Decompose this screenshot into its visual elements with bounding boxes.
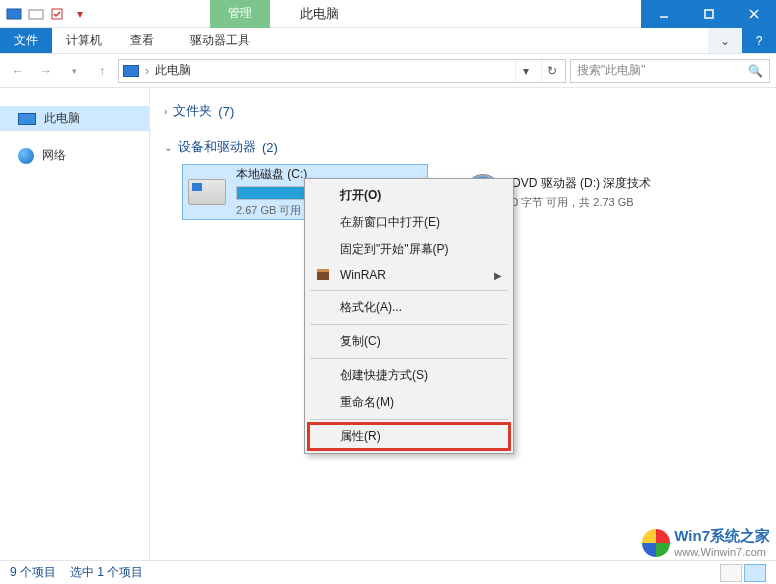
watermark-logo-icon xyxy=(642,529,670,557)
menu-properties[interactable]: 属性(R) xyxy=(308,423,510,450)
nav-up-button[interactable]: ↑ xyxy=(90,59,114,83)
nav-recent-dropdown[interactable]: ▾ xyxy=(62,59,86,83)
svg-rect-0 xyxy=(7,9,21,19)
sidebar-item-this-pc[interactable]: 此电脑 xyxy=(0,106,149,131)
status-selected-count: 选中 1 个项目 xyxy=(70,564,143,581)
menu-copy[interactable]: 复制(C) xyxy=(308,328,510,355)
drive-free-text: 0 字节 可用，共 2.73 GB xyxy=(512,195,700,210)
menu-format[interactable]: 格式化(A)... xyxy=(308,294,510,321)
contextual-tab-manage[interactable]: 管理 xyxy=(210,0,270,28)
sidebar-item-label: 网络 xyxy=(42,147,66,164)
view-details-button[interactable] xyxy=(720,564,742,582)
qat-dropdown-icon[interactable]: ▾ xyxy=(70,4,90,24)
menu-winrar[interactable]: WinRAR ▶ xyxy=(308,263,510,287)
menu-separator xyxy=(310,290,508,291)
tab-file[interactable]: 文件 xyxy=(0,28,52,53)
quick-access-icons: ▾ xyxy=(0,4,90,24)
group-label: 设备和驱动器 xyxy=(178,138,256,156)
menu-create-shortcut[interactable]: 创建快捷方式(S) xyxy=(308,362,510,389)
tab-view[interactable]: 查看 xyxy=(116,28,168,53)
svg-rect-4 xyxy=(705,10,713,18)
search-input[interactable]: 搜索"此电脑" 🔍 xyxy=(570,59,770,83)
tab-computer[interactable]: 计算机 xyxy=(52,28,116,53)
folder-icon xyxy=(26,4,46,24)
watermark-title: Win7系统之家 xyxy=(674,527,770,546)
help-button[interactable]: ? xyxy=(742,28,776,53)
address-dropdown-icon[interactable]: ▾ xyxy=(515,60,535,82)
minimize-button[interactable] xyxy=(641,0,686,28)
ribbon-tabs: 文件 计算机 查看 驱动器工具 ⌄ ? xyxy=(0,28,776,54)
group-devices[interactable]: ⌄ 设备和驱动器 (2) xyxy=(164,134,762,164)
address-box[interactable]: › 此电脑 ▾ ↻ xyxy=(118,59,566,83)
pc-icon xyxy=(123,65,139,77)
refresh-button[interactable]: ↻ xyxy=(541,60,561,82)
menu-separator xyxy=(310,419,508,420)
watermark-url: www.Winwin7.com xyxy=(674,546,770,558)
menu-separator xyxy=(310,324,508,325)
breadcrumb[interactable]: 此电脑 xyxy=(155,62,191,79)
tab-drive-tools[interactable]: 驱动器工具 xyxy=(176,28,264,53)
menu-open[interactable]: 打开(O) xyxy=(308,182,510,209)
svg-rect-1 xyxy=(29,10,43,19)
address-bar: ← → ▾ ↑ › 此电脑 ▾ ↻ 搜索"此电脑" 🔍 xyxy=(0,54,776,88)
chevron-right-icon: › xyxy=(164,106,167,117)
nav-back-button[interactable]: ← xyxy=(6,59,30,83)
search-icon[interactable]: 🔍 xyxy=(748,64,763,78)
explorer-icon xyxy=(4,4,24,24)
search-placeholder: 搜索"此电脑" xyxy=(577,62,646,79)
navigation-sidebar: 此电脑 网络 xyxy=(0,88,150,560)
window-title: 此电脑 xyxy=(300,5,339,23)
drive-name: DVD 驱动器 (D:) 深度技术 xyxy=(512,175,700,192)
menu-open-new-window[interactable]: 在新窗口中打开(E) xyxy=(308,209,510,236)
watermark: Win7系统之家 www.Winwin7.com xyxy=(642,527,770,558)
winrar-icon xyxy=(314,266,332,284)
chevron-down-icon: ⌄ xyxy=(164,142,172,153)
nav-forward-button[interactable]: → xyxy=(34,59,58,83)
hdd-icon xyxy=(186,171,228,213)
context-menu: 打开(O) 在新窗口中打开(E) 固定到"开始"屏幕(P) WinRAR ▶ 格… xyxy=(304,178,514,454)
sidebar-item-label: 此电脑 xyxy=(44,110,80,127)
group-folders[interactable]: › 文件夹 (7) xyxy=(164,98,762,128)
menu-rename[interactable]: 重命名(M) xyxy=(308,389,510,416)
group-label: 文件夹 xyxy=(173,102,212,120)
pc-icon xyxy=(18,113,36,125)
status-item-count: 9 个项目 xyxy=(10,564,56,581)
menu-pin-to-start[interactable]: 固定到"开始"屏幕(P) xyxy=(308,236,510,263)
breadcrumb-sep-icon: › xyxy=(145,64,149,78)
svg-rect-7 xyxy=(317,271,329,280)
network-icon xyxy=(18,148,34,164)
view-mode-buttons xyxy=(720,564,766,582)
submenu-arrow-icon: ▶ xyxy=(494,270,502,281)
ribbon-expand-button[interactable]: ⌄ xyxy=(708,28,742,53)
window-controls xyxy=(641,0,776,28)
title-bar: ▾ 管理 此电脑 xyxy=(0,0,776,28)
group-count: (7) xyxy=(218,104,234,119)
sidebar-item-network[interactable]: 网络 xyxy=(0,143,149,168)
checkbox-icon xyxy=(48,4,68,24)
group-count: (2) xyxy=(262,140,278,155)
close-button[interactable] xyxy=(731,0,776,28)
view-tiles-button[interactable] xyxy=(744,564,766,582)
maximize-button[interactable] xyxy=(686,0,731,28)
menu-separator xyxy=(310,358,508,359)
svg-rect-8 xyxy=(317,269,329,272)
status-bar: 9 个项目 选中 1 个项目 xyxy=(0,560,776,584)
